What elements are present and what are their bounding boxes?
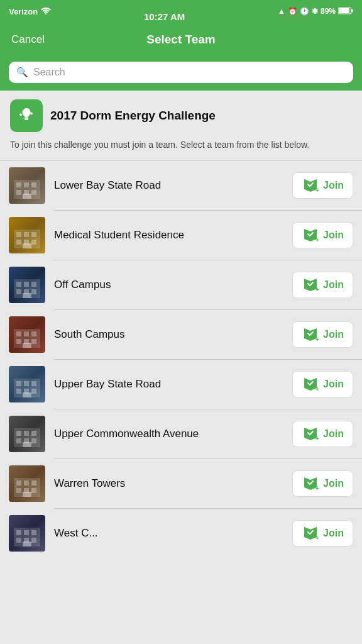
svg-rect-3 [339,8,349,13]
team-list: Lower Bay State Road + Join Medical Stud… [0,161,362,558]
svg-text:+: + [315,236,319,243]
svg-rect-42 [31,339,36,344]
join-button[interactable]: + Join [292,321,353,348]
svg-rect-70 [16,488,21,493]
join-button[interactable]: + Join [292,421,353,447]
join-label: Join [323,180,344,191]
team-item: Upper Bay State Road + Join [0,360,362,409]
join-button[interactable]: + Join [292,222,353,248]
svg-rect-20 [16,240,21,245]
search-bar: 🔍 [9,62,353,83]
svg-rect-28 [24,282,29,287]
join-button[interactable]: + Join [292,371,353,397]
battery-label: 89% [321,7,336,16]
cancel-button[interactable]: Cancel [11,33,45,46]
svg-text:+: + [315,336,319,342]
svg-point-4 [25,111,28,113]
search-icon: 🔍 [16,67,28,78]
svg-rect-29 [31,282,36,287]
svg-rect-50 [16,389,21,394]
svg-rect-10 [16,190,21,195]
team-item: Medical Student Residence + Join [0,211,362,260]
svg-rect-7 [16,182,21,187]
team-name-label: Medical Student Residence [54,228,283,242]
svg-rect-68 [24,480,29,486]
team-image [9,416,45,452]
team-item: West C... + Join [0,509,362,558]
alarm-icon: ⏰ [288,7,297,16]
team-item: Warren Towers + Join [0,459,362,508]
svg-text:+: + [315,435,319,441]
team-image [9,366,45,402]
svg-rect-77 [16,530,21,535]
svg-rect-48 [24,381,29,386]
svg-rect-2 [351,9,353,12]
team-image [9,465,45,502]
svg-text:+: + [315,535,319,541]
svg-rect-8 [24,182,29,187]
join-label: Join [323,230,344,241]
team-image [9,267,45,303]
svg-rect-27 [16,282,21,287]
team-item: Lower Bay State Road + Join [0,161,362,210]
battery-icon [338,7,353,16]
search-container: 🔍 [0,57,362,91]
svg-rect-59 [31,431,36,436]
team-name-label: Upper Bay State Road [54,377,283,391]
team-image [9,217,45,253]
svg-text:+: + [315,187,319,193]
svg-rect-80 [16,538,21,543]
svg-rect-22 [31,240,36,245]
svg-rect-52 [31,389,36,394]
svg-rect-12 [31,190,36,195]
svg-rect-62 [31,438,36,443]
svg-rect-38 [24,331,29,336]
clock-icon: 🕐 [300,7,309,16]
svg-rect-19 [31,232,36,237]
svg-rect-13 [23,194,31,199]
svg-text:+: + [315,485,319,491]
status-left: Verizon [9,7,51,16]
team-image [9,167,45,204]
location-icon: ▲ [278,7,285,16]
svg-rect-43 [23,343,31,348]
svg-rect-57 [16,431,21,436]
svg-rect-37 [16,331,21,336]
svg-rect-33 [23,293,31,298]
team-image [9,515,45,552]
svg-rect-60 [16,438,21,443]
team-name-label: Off Campus [54,278,283,292]
svg-rect-53 [23,392,31,397]
team-name-label: Warren Towers [54,477,283,491]
join-button[interactable]: + Join [292,172,353,199]
team-name-label: Upper Commonwealth Avenue [54,427,283,441]
svg-rect-30 [16,289,21,294]
svg-rect-72 [31,488,36,493]
svg-rect-40 [16,339,21,344]
wifi-icon [41,7,51,16]
svg-rect-17 [16,232,21,237]
svg-rect-83 [23,541,31,547]
carrier-label: Verizon [9,7,38,16]
team-item: Upper Commonwealth Avenue + Join [0,409,362,458]
svg-text:+: + [315,386,319,392]
svg-rect-79 [31,530,36,535]
search-input[interactable] [33,67,346,78]
svg-point-0 [45,13,47,14]
svg-rect-67 [16,480,21,486]
join-label: Join [323,478,344,489]
team-name-label: Lower Bay State Road [54,179,283,192]
status-bar: Verizon 10:27 AM ▲ ⏰ 🕐 ✱ 89% [0,0,362,23]
svg-text:+: + [315,286,319,292]
svg-rect-18 [24,232,29,237]
join-button[interactable]: + Join [292,520,353,547]
join-button[interactable]: + Join [292,272,353,298]
nav-bar: Cancel Select Team [0,23,362,57]
svg-rect-63 [23,442,31,447]
status-time: 10:27 AM [144,11,185,22]
team-name-label: South Campus [54,328,283,341]
join-label: Join [323,279,344,291]
join-button[interactable]: + Join [292,470,353,497]
team-image [9,316,45,353]
page-title: Select Team [146,33,215,47]
